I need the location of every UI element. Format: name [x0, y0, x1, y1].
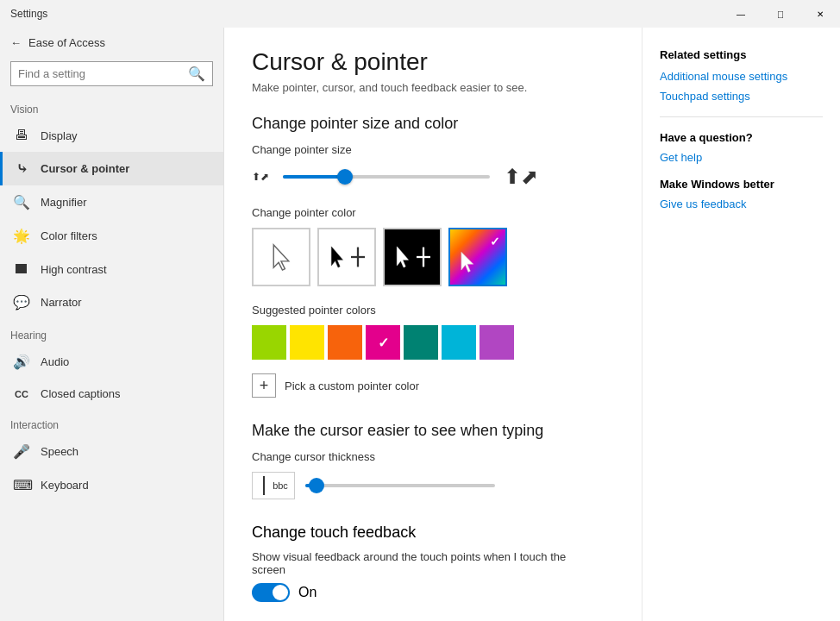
- pointer-size-slider-track[interactable]: [283, 175, 490, 179]
- pointer-color-custom[interactable]: ✓: [448, 228, 507, 286]
- restore-button[interactable]: ⎕: [761, 0, 800, 28]
- color-swatch-teal[interactable]: [404, 325, 438, 360]
- page-title: Cursor & pointer: [252, 48, 614, 76]
- minimize-button[interactable]: —: [721, 0, 761, 28]
- color-filters-icon: 🌟: [13, 228, 30, 244]
- color-swatch-cyan[interactable]: [442, 325, 476, 360]
- cursor-preview: bbc: [252, 472, 295, 499]
- give-feedback-link[interactable]: Give us feedback: [660, 198, 823, 210]
- sidebar-item-display[interactable]: 🖶 Display: [0, 119, 223, 152]
- sidebar-item-audio[interactable]: 🔊 Audio: [0, 345, 223, 379]
- cursor-thickness-thumb[interactable]: [309, 478, 324, 493]
- inverted-cursor-icon: [394, 244, 430, 270]
- related-settings-title: Related settings: [660, 48, 823, 61]
- have-question-title: Have a question?: [660, 131, 823, 144]
- make-better-title: Make Windows better: [660, 178, 823, 191]
- pointer-color-white[interactable]: [252, 228, 310, 286]
- sidebar-item-label: Display: [41, 129, 78, 142]
- pointer-color-options: ✓: [252, 228, 614, 286]
- black-white-cursor-icon: [329, 244, 365, 270]
- color-swatch-lime[interactable]: [252, 325, 286, 360]
- sidebar-item-narrator[interactable]: 💬 Narrator: [0, 285, 223, 319]
- pointer-color-label: Change pointer color: [252, 206, 614, 219]
- pointer-size-slider-container: ⬆⬈ ⬆⬈: [252, 165, 614, 189]
- sidebar-item-high-contrast[interactable]: ⯀ High contrast: [0, 253, 223, 285]
- touch-toggle-label: On: [298, 585, 317, 600]
- color-swatch-pink[interactable]: [366, 325, 400, 360]
- cursor-thickness-slider[interactable]: [305, 484, 495, 487]
- cursor-section-title: Make the cursor easier to see when typin…: [252, 422, 614, 440]
- get-help-link[interactable]: Get help: [660, 151, 823, 164]
- sidebar-item-label: Cursor & pointer: [41, 162, 129, 175]
- white-cursor-icon: [268, 242, 294, 273]
- sidebar-item-label: High contrast: [41, 263, 107, 276]
- cursor-icon: ⤷: [13, 160, 30, 177]
- cursor-line: [263, 476, 265, 495]
- close-button[interactable]: ✕: [800, 0, 840, 28]
- custom-cursor-icon: [457, 250, 480, 276]
- pointer-color-inverted[interactable]: [383, 228, 442, 286]
- sidebar-item-closed-captions[interactable]: CC Closed captions: [0, 379, 223, 409]
- app-layout: ← Ease of Access 🔍 Vision 🖶 Display ⤷ Cu…: [0, 28, 840, 621]
- pointer-color-black-white[interactable]: [317, 228, 376, 286]
- pointer-size-slider-fill: [283, 175, 345, 179]
- back-icon: ←: [10, 36, 22, 49]
- touch-feedback-desc: Show visual feedback around the touch po…: [252, 550, 614, 576]
- search-icon: 🔍: [188, 66, 205, 82]
- touchpad-settings-link[interactable]: Touchpad settings: [660, 90, 823, 103]
- right-panel: Related settings Additional mouse settin…: [642, 28, 840, 621]
- magnifier-icon: 🔍: [13, 194, 30, 210]
- interaction-section-title: Interaction: [0, 409, 223, 435]
- sidebar-item-cursor-pointer[interactable]: ⤷ Cursor & pointer: [0, 152, 223, 185]
- narrator-icon: 💬: [13, 294, 30, 310]
- cursor-thickness-label: Change cursor thickness: [252, 450, 614, 463]
- color-swatch-purple[interactable]: [480, 325, 514, 360]
- sidebar-item-label: Keyboard: [41, 479, 89, 492]
- main-content: Cursor & pointer Make pointer, cursor, a…: [224, 28, 642, 621]
- sidebar-item-speech[interactable]: 🎤 Speech: [0, 435, 223, 468]
- touch-toggle: On: [252, 583, 614, 602]
- vision-section-title: Vision: [0, 93, 223, 119]
- display-icon: 🖶: [13, 128, 30, 143]
- speech-icon: 🎤: [13, 443, 30, 460]
- toggle-knob: [273, 585, 288, 600]
- suggested-colors: [252, 325, 614, 360]
- suggested-colors-label: Suggested pointer colors: [252, 304, 614, 317]
- color-swatch-yellow[interactable]: [290, 325, 324, 360]
- sidebar-item-keyboard[interactable]: ⌨ Keyboard: [0, 468, 223, 502]
- sidebar-item-label: Color filters: [41, 229, 97, 242]
- large-cursor-icon: ⬆⬈: [504, 165, 538, 189]
- page-subtitle: Make pointer, cursor, and touch feedback…: [252, 81, 614, 94]
- sidebar-item-label: Speech: [41, 445, 78, 458]
- title-bar: Settings — ⎕ ✕: [0, 0, 840, 28]
- window-controls: — ⎕ ✕: [721, 0, 840, 28]
- plus-button[interactable]: +: [252, 373, 276, 398]
- high-contrast-icon: ⯀: [13, 261, 30, 277]
- small-cursor-icon: ⬆⬈: [252, 171, 269, 183]
- sidebar-item-magnifier[interactable]: 🔍 Magnifier: [0, 185, 223, 219]
- sidebar-item-label: Magnifier: [41, 196, 86, 209]
- audio-icon: 🔊: [13, 354, 30, 370]
- hearing-section-title: Hearing: [0, 319, 223, 345]
- divider: [660, 116, 823, 117]
- pointer-size-label: Change pointer size: [252, 143, 614, 156]
- pick-custom-color[interactable]: + Pick a custom pointer color: [252, 373, 614, 398]
- sidebar: ← Ease of Access 🔍 Vision 🖶 Display ⤷ Cu…: [0, 28, 224, 621]
- sidebar-item-label: Narrator: [41, 296, 82, 309]
- keyboard-icon: ⌨: [13, 477, 30, 493]
- cursor-thickness-container: bbc: [252, 472, 614, 499]
- color-swatch-orange[interactable]: [328, 325, 362, 360]
- pick-custom-label: Pick a custom pointer color: [285, 380, 419, 392]
- title-bar-label: Settings: [10, 8, 47, 20]
- pointer-size-slider-thumb[interactable]: [337, 169, 353, 185]
- app-label: Ease of Access: [28, 36, 105, 49]
- touch-toggle-switch[interactable]: [252, 583, 290, 602]
- search-input[interactable]: [18, 67, 183, 80]
- back-button[interactable]: ← Ease of Access: [0, 28, 223, 58]
- search-box[interactable]: 🔍: [10, 61, 213, 86]
- closed-captions-icon: CC: [13, 389, 30, 399]
- additional-mouse-settings-link[interactable]: Additional mouse settings: [660, 70, 823, 83]
- sidebar-item-color-filters[interactable]: 🌟 Color filters: [0, 219, 223, 253]
- custom-checkmark: ✓: [490, 235, 500, 248]
- touch-section-title: Change touch feedback: [252, 524, 614, 542]
